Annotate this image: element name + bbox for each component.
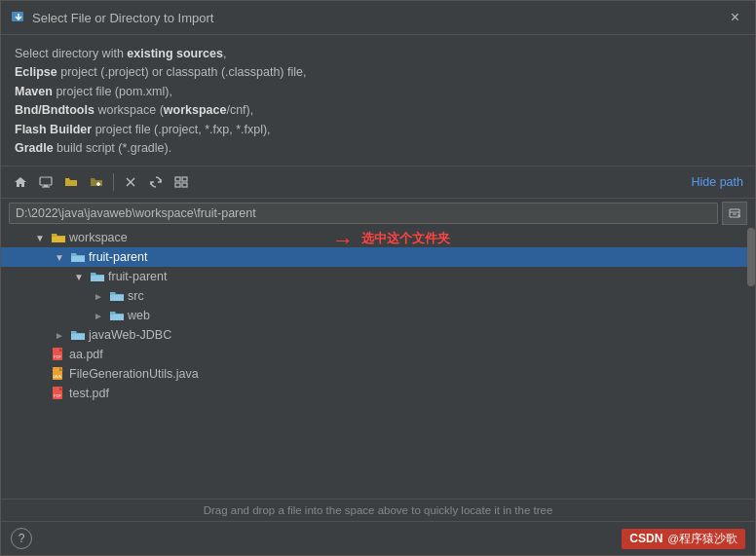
new-folder-button[interactable] (85, 170, 108, 194)
tree-label-aa-pdf: aa.pdf (69, 348, 103, 361)
help-button[interactable]: ? (11, 528, 32, 549)
tree-label-web: web (128, 309, 150, 322)
title-bar: Select File or Directory to Import × (1, 1, 755, 35)
csdn-user: @程序猿沙歌 (667, 532, 737, 546)
bottom-bar: ? CSDN @程序猿沙歌 (1, 521, 755, 555)
scrollbar-thumb[interactable] (747, 228, 755, 286)
path-row (1, 199, 755, 228)
drag-hint: Drag and drop a file into the space abov… (1, 500, 755, 521)
tree-item-fruit-parent-2[interactable]: ▼ fruit-parent (1, 267, 755, 286)
toggle-button[interactable] (170, 170, 193, 194)
path-input[interactable] (9, 203, 718, 224)
desc-line2: Eclipse project (.project) or classpath … (15, 63, 741, 82)
svg-text:JAVA: JAVA (54, 375, 62, 379)
tree-item-filegenutils[interactable]: ► JAVA FileGenerationUtils.java (1, 364, 755, 384)
tree-item-web[interactable]: ► web (1, 306, 755, 325)
expand-arrow-src: ► (91, 288, 106, 304)
drag-hint-text: Drag and drop a file into the space abov… (204, 504, 553, 516)
toolbar: Hide path (1, 167, 755, 199)
folder-icon-src (109, 289, 125, 303)
svg-text:PDF: PDF (54, 393, 62, 398)
delete-button[interactable] (119, 170, 142, 194)
tree-item-aa-pdf[interactable]: ► PDF aa.pdf (1, 345, 755, 364)
svg-rect-10 (182, 177, 187, 181)
csdn-badge: CSDN @程序猿沙歌 (622, 529, 745, 549)
desc-line1: Select directory with existing sources, (15, 45, 741, 63)
hide-path-link[interactable]: Hide path (691, 175, 747, 189)
description-area: Select directory with existing sources, … (1, 35, 755, 167)
tree-label-test-pdf: test.pdf (69, 387, 109, 400)
toolbar-sep1 (113, 173, 114, 191)
close-button[interactable]: × (725, 7, 745, 28)
dialog-title: Select File or Directory to Import (32, 11, 213, 25)
dialog: Select File or Directory to Import × Sel… (0, 0, 756, 556)
svg-rect-9 (175, 177, 180, 181)
folder-icon-fruit-parent-2 (90, 270, 105, 283)
folder-icon-javaweb-jdbc (70, 328, 86, 342)
desc-line6: Gradle build script (*.gradle). (15, 139, 741, 158)
svg-rect-2 (40, 177, 52, 185)
pdf-icon-test: PDF (51, 386, 66, 401)
svg-rect-12 (182, 183, 187, 187)
home-button[interactable] (9, 170, 32, 194)
path-browse-button[interactable] (722, 202, 747, 225)
folder-button[interactable] (59, 170, 83, 194)
expand-arrow-fruit-parent-2: ▼ (71, 269, 87, 284)
toolbar-left (9, 170, 193, 194)
tree-item-test-pdf[interactable]: ► PDF test.pdf (1, 384, 755, 403)
refresh-button[interactable] (144, 170, 168, 194)
tree-label-workspace: workspace (69, 231, 128, 244)
pdf-icon-aa: PDF (51, 347, 66, 362)
tree-label-filegenutils: FileGenerationUtils.java (69, 367, 199, 381)
expand-arrow-workspace: ▼ (32, 230, 48, 245)
tree-area[interactable]: ▼ workspace ▼ fruit-parent → 选中这个文件夹 ▼ (1, 228, 755, 500)
import-icon (11, 10, 26, 25)
folder-icon-workspace (51, 231, 66, 244)
tree-item-javaweb-jdbc[interactable]: ► javaWeb-JDBC (1, 325, 755, 345)
expand-arrow-javaweb-jdbc: ► (52, 327, 67, 343)
csdn-logo: CSDN (629, 532, 662, 545)
title-bar-left: Select File or Directory to Import (11, 10, 213, 25)
tree-item-fruit-parent-1[interactable]: ▼ fruit-parent → 选中这个文件夹 (1, 247, 755, 267)
desc-line3: Maven project file (pom.xml), (15, 83, 741, 101)
svg-text:PDF: PDF (54, 354, 62, 359)
desc-line5: Flash Builder project file (.project, *.… (15, 121, 741, 139)
java-icon-filegenutils: JAVA (51, 366, 66, 382)
tree-label-src: src (128, 289, 144, 303)
tree-label-fruit-parent-1: fruit-parent (89, 250, 147, 264)
expand-arrow-fruit-parent-1: ▼ (52, 249, 67, 265)
folder-icon-web (109, 309, 125, 322)
scrollbar-track (747, 228, 755, 499)
desktop-button[interactable] (34, 170, 57, 194)
svg-rect-11 (175, 183, 180, 187)
tree-label-javaweb-jdbc: javaWeb-JDBC (89, 328, 171, 342)
expand-arrow-web: ► (91, 308, 106, 323)
tree-item-src[interactable]: ► src (1, 286, 755, 306)
desc-line4: Bnd/Bndtools workspace (workspace/cnf), (15, 101, 741, 120)
folder-icon-fruit-parent-1 (70, 250, 86, 264)
tree-item-workspace[interactable]: ▼ workspace (1, 228, 755, 247)
svg-rect-0 (12, 12, 23, 21)
tree-label-fruit-parent-2: fruit-parent (108, 270, 167, 283)
